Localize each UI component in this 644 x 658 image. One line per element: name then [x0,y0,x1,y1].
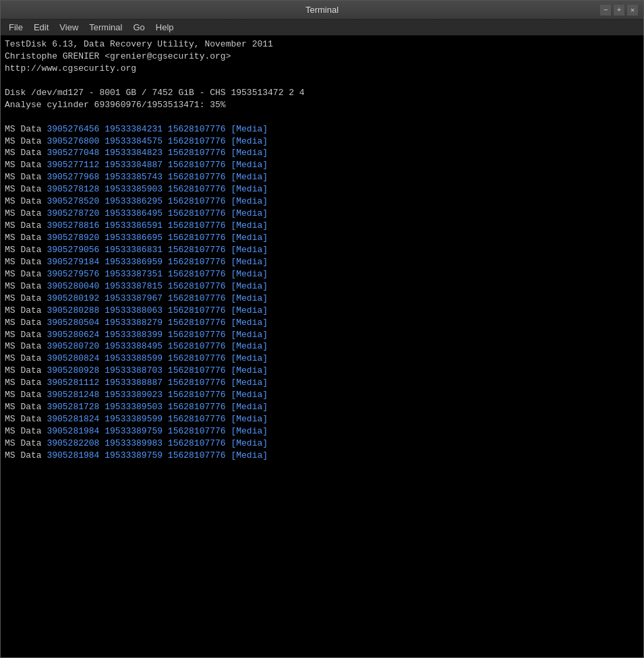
window-controls: − + ✕ [600,5,638,16]
table-row: MS Data 3905278920 19533386695 156281077… [5,232,639,244]
analyse-line: Analyse cylinder 693960976/1953513471: 3… [5,99,639,111]
table-row: MS Data 3905278720 19533386495 156281077… [5,208,639,220]
header-line-2: Christophe GRENIER <grenier@cgsecurity.o… [5,51,639,63]
menubar: File Edit View Terminal Go Help [1,20,643,36]
table-row: MS Data 3905280192 19533387967 156281077… [5,293,639,305]
table-row: MS Data 3905280720 19533388495 156281077… [5,340,639,353]
menu-edit[interactable]: Edit [28,21,54,34]
menu-file[interactable]: File [3,21,28,34]
table-row: MS Data 3905280928 19533388703 156281077… [5,365,639,377]
table-row: MS Data 3905281112 19533388887 156281077… [5,377,639,389]
table-row: MS Data 3905276456 19533384231 156281077… [5,123,639,136]
table-row: MS Data 3905280040 19533387815 156281077… [5,280,639,293]
blank-line-2 [5,111,639,123]
minimize-button[interactable]: − [600,5,611,16]
table-row: MS Data 3905277112 19533384887 156281077… [5,159,639,171]
table-row: MS Data 3905280504 19533388279 156281077… [5,317,639,329]
table-row: MS Data 3905279576 19533387351 156281077… [5,268,639,280]
close-button[interactable]: ✕ [627,5,638,16]
blank-line-1 [5,75,639,87]
header-line-3: http://www.cgsecurity.org [5,63,639,75]
table-row: MS Data 3905281248 19533389023 156281077… [5,389,639,401]
table-row: MS Data 3905280624 19533388399 156281077… [5,329,639,341]
data-rows-container: MS Data 3905276456 19533384231 156281077… [5,123,639,462]
table-row: MS Data 3905279056 19533386831 156281077… [5,244,639,256]
table-row: MS Data 3905281824 19533389599 156281077… [5,413,639,425]
terminal-window: Terminal − + ✕ File Edit View Terminal G… [0,0,644,658]
table-row: MS Data 3905278520 19533386295 156281077… [5,196,639,208]
header-line-1: TestDisk 6.13, Data Recovery Utility, No… [5,38,639,51]
table-row: MS Data 3905281984 19533389759 156281077… [5,450,639,462]
title-bar: Terminal − + ✕ [1,1,643,20]
table-row: MS Data 3905281984 19533389759 156281077… [5,425,639,438]
menu-view[interactable]: View [54,21,84,34]
table-row: MS Data 3905277048 19533384823 156281077… [5,147,639,159]
table-row: MS Data 3905282208 19533389983 156281077… [5,438,639,450]
table-row: MS Data 3905279184 19533386959 156281077… [5,256,639,268]
maximize-button[interactable]: + [614,5,624,16]
menu-go[interactable]: Go [127,21,150,34]
table-row: MS Data 3905281728 19533389503 156281077… [5,401,639,413]
table-row: MS Data 3905278128 19533385903 156281077… [5,183,639,196]
table-row: MS Data 3905280824 19533388599 156281077… [5,353,639,365]
menu-help[interactable]: Help [150,21,179,34]
terminal-body[interactable]: TestDisk 6.13, Data Recovery Utility, No… [1,36,643,657]
table-row: MS Data 3905278816 19533386591 156281077… [5,220,639,232]
table-row: MS Data 3905280288 19533388063 156281077… [5,305,639,317]
table-row: MS Data 3905277968 19533385743 156281077… [5,171,639,183]
menu-terminal[interactable]: Terminal [84,21,127,34]
table-row: MS Data 3905276800 19533384575 156281077… [5,136,639,148]
window-title: Terminal [305,5,339,15]
disk-line: Disk /dev/md127 - 8001 GB / 7452 GiB - C… [5,87,639,99]
